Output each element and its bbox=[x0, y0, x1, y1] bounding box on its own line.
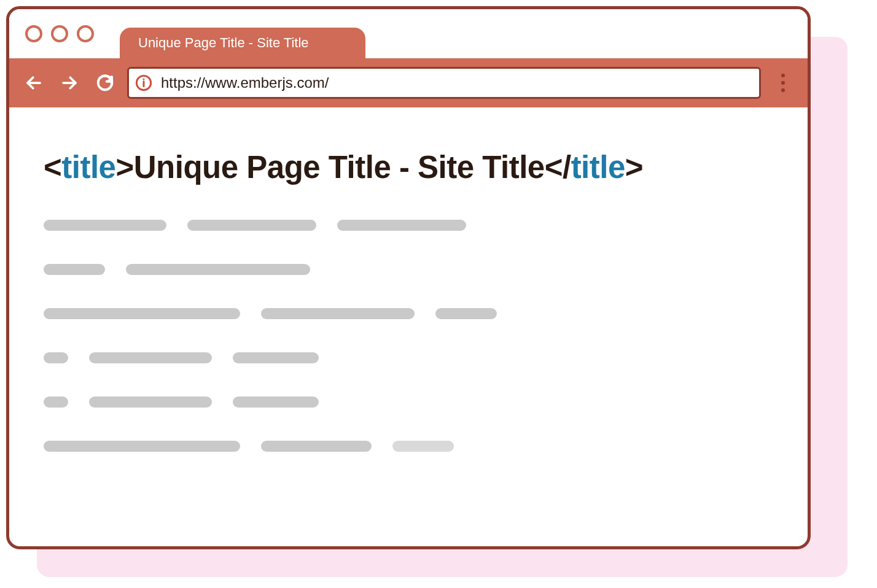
back-button[interactable] bbox=[20, 69, 47, 96]
open-angle-close: > bbox=[115, 150, 133, 185]
placeholder-bar bbox=[233, 352, 319, 363]
placeholder-row bbox=[44, 220, 773, 231]
placeholder-bar bbox=[261, 441, 372, 452]
placeholder-row bbox=[44, 397, 773, 408]
browser-tab[interactable]: Unique Page Title - Site Title bbox=[120, 28, 365, 58]
window-minimize-button[interactable] bbox=[51, 25, 68, 42]
placeholder-content bbox=[44, 220, 773, 452]
reload-icon-overlay bbox=[96, 74, 114, 92]
address-bar[interactable] bbox=[127, 67, 761, 99]
titlebar: Unique Page Title - Site Title bbox=[9, 9, 808, 58]
arrow-right-icon bbox=[60, 74, 79, 92]
window-controls bbox=[25, 25, 94, 42]
tab-title: Unique Page Title - Site Title bbox=[138, 35, 309, 51]
placeholder-bar bbox=[435, 308, 497, 319]
title-tag-illustration: <title>Unique Page Title - Site Title</t… bbox=[44, 149, 773, 185]
title-inner-text: Unique Page Title - Site Title bbox=[134, 150, 545, 185]
svg-point-4 bbox=[143, 79, 145, 80]
url-input[interactable] bbox=[161, 74, 753, 91]
placeholder-bar bbox=[261, 308, 415, 319]
placeholder-bar bbox=[233, 397, 319, 408]
placeholder-bar bbox=[337, 220, 466, 231]
placeholder-bar bbox=[44, 397, 68, 408]
toolbar bbox=[9, 58, 808, 107]
close-angle-open: </ bbox=[545, 150, 571, 185]
placeholder-row bbox=[44, 441, 773, 452]
placeholder-bar bbox=[89, 352, 212, 363]
kebab-menu-icon bbox=[781, 74, 785, 92]
placeholder-bar bbox=[89, 397, 212, 408]
info-icon bbox=[135, 74, 152, 91]
placeholder-bar bbox=[126, 264, 310, 275]
placeholder-bar bbox=[187, 220, 316, 231]
window-maximize-button[interactable] bbox=[77, 25, 94, 42]
placeholder-row bbox=[44, 352, 773, 363]
placeholder-bar bbox=[44, 264, 105, 275]
window-close-button[interactable] bbox=[25, 25, 42, 42]
placeholder-bar bbox=[44, 220, 166, 231]
reload-button[interactable] bbox=[92, 69, 119, 96]
placeholder-bar bbox=[44, 308, 240, 319]
open-tag-name: title bbox=[61, 150, 115, 185]
close-tag-name: title bbox=[571, 150, 625, 185]
open-angle: < bbox=[44, 150, 61, 185]
placeholder-row bbox=[44, 308, 773, 319]
page-content: <title>Unique Page Title - Site Title</t… bbox=[9, 107, 808, 476]
placeholder-bar bbox=[44, 441, 240, 452]
close-angle-close: > bbox=[625, 150, 643, 185]
placeholder-bar bbox=[44, 352, 68, 363]
forward-button[interactable] bbox=[56, 69, 83, 96]
arrow-left-icon bbox=[25, 74, 43, 92]
browser-window: Unique Page Title - Site Title bbox=[6, 6, 811, 549]
placeholder-row bbox=[44, 264, 773, 275]
menu-button[interactable] bbox=[770, 69, 797, 96]
placeholder-bar bbox=[392, 441, 454, 452]
site-info-icon[interactable] bbox=[135, 74, 152, 91]
